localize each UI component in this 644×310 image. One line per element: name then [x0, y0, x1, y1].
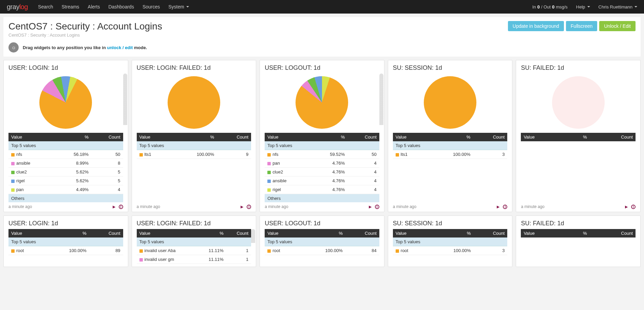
lightbulb-icon: ☼	[8, 42, 19, 53]
data-table: Value%Count	[521, 229, 636, 237]
info-icon[interactable]: i	[503, 205, 507, 209]
widget-title: SU: SESSION: 1d	[388, 64, 512, 74]
page-header-container: CentOS7 : Security : Account Logins Cent…	[3, 17, 641, 57]
pie-chart	[265, 74, 379, 133]
color-swatch	[267, 153, 271, 157]
scrollbar[interactable]	[123, 74, 127, 202]
play-icon[interactable]: ▶	[497, 205, 499, 209]
table-row[interactable]: root100.00%3	[393, 246, 508, 255]
pie-chart	[137, 74, 251, 133]
user-menu[interactable]: Chris Ruettimann	[599, 4, 637, 9]
data-table: Value%CountTop 5 valuesnfs56.18%50ansibl…	[8, 133, 123, 202]
play-icon[interactable]: ▶	[625, 205, 628, 209]
table-row[interactable]: pan4.76%4	[265, 159, 379, 168]
widget: USER: LOGIN: FAILED: 1dValue%CountTop 5 …	[132, 60, 257, 212]
section-top5: Top 5 values	[393, 141, 508, 150]
color-swatch	[11, 162, 15, 165]
chevron-down-icon	[634, 6, 637, 7]
chevron-down-icon	[186, 6, 189, 7]
table-row[interactable]: clue24.76%4	[265, 168, 379, 177]
info-icon[interactable]: i	[375, 205, 379, 209]
page-subtitle: CentOS7 : Security : Account Logins	[8, 33, 162, 38]
unlock-edit-button[interactable]: Unlock / Edit	[599, 21, 636, 31]
nav-item-streams[interactable]: Streams	[61, 4, 79, 9]
col-count: Count	[345, 229, 379, 237]
col-count: Count	[474, 229, 508, 237]
col-value: Value	[265, 229, 300, 237]
table-row[interactable]: root100.00%84	[265, 246, 379, 255]
nav-item-system[interactable]: System	[168, 4, 189, 9]
info-icon[interactable]: i	[119, 205, 123, 209]
widget-timestamp: a minute ago	[137, 204, 160, 209]
logo-log: log	[19, 3, 28, 11]
table-row[interactable]: nfs56.18%50	[8, 150, 123, 159]
col-percent: %	[565, 229, 590, 237]
widget-timestamp: a minute ago	[521, 204, 544, 209]
widget-title: USER: LOGIN: 1d	[4, 220, 128, 229]
nav-item-alerts[interactable]: Alerts	[88, 4, 100, 9]
scrollbar[interactable]	[251, 229, 255, 264]
info-icon[interactable]: i	[631, 205, 636, 209]
color-swatch	[139, 249, 143, 253]
table-row[interactable]: invalid user gm11.11%1	[137, 255, 251, 264]
play-icon[interactable]: ▶	[241, 205, 243, 209]
widget-body: Value%CountTop 5 valuesnfs59.52%50pan4.7…	[260, 74, 384, 202]
scrollbar[interactable]	[379, 74, 383, 202]
data-table: Value%CountTop 5 valueslts1100.00%3	[393, 133, 508, 159]
widget-body: Value%CountTop 5 valueslts1100.00%3	[388, 74, 512, 202]
color-swatch	[11, 249, 15, 253]
table-row[interactable]: invalid user Aba11.11%1	[137, 246, 251, 255]
data-table: Value%Count	[521, 133, 636, 141]
widget-title: USER: LOGOUT: 1d	[260, 64, 384, 74]
page-actions: Update in background Fullscreen Unlock /…	[508, 21, 636, 31]
play-icon[interactable]: ▶	[369, 205, 372, 209]
logo-gray: gray	[7, 3, 19, 11]
color-swatch	[267, 162, 271, 165]
table-row[interactable]: lts1100.00%9	[137, 150, 251, 159]
table-row[interactable]: ansible8.99%8	[8, 159, 123, 168]
table-row[interactable]: ansible4.76%4	[265, 177, 379, 185]
fullscreen-button[interactable]: Fullscreen	[566, 21, 598, 31]
widget-title: USER: LOGIN: FAILED: 1d	[132, 64, 256, 74]
logo[interactable]: graylog	[7, 3, 28, 11]
table-row[interactable]: nfs59.52%50	[265, 150, 379, 159]
col-percent: %	[54, 133, 91, 141]
info-icon[interactable]: i	[247, 205, 251, 209]
col-percent: %	[171, 133, 217, 141]
tip-text: Drag widgets to any position you like in…	[23, 45, 147, 50]
table-row[interactable]: lts1100.00%3	[393, 150, 508, 159]
col-value: Value	[521, 133, 565, 141]
widget: SU: SESSION: 1dValue%CountTop 5 valuesro…	[388, 215, 513, 267]
widget-body: Value%CountTop 5 valuesinvalid user Aba1…	[132, 229, 256, 264]
play-icon[interactable]: ▶	[113, 205, 115, 209]
table-row[interactable]: rigel4.76%4	[265, 185, 379, 194]
table-row[interactable]: pan4.49%4	[8, 185, 123, 194]
widget-body: Value%Count	[516, 229, 640, 264]
nav-item-search[interactable]: Search	[38, 4, 53, 9]
color-swatch	[11, 171, 15, 174]
widget: SU: FAILED: 1dValue%Counta minute ago▶i	[516, 60, 641, 212]
help-menu[interactable]: Help	[576, 4, 590, 9]
col-percent: %	[197, 229, 226, 237]
nav-item-sources[interactable]: Sources	[143, 4, 160, 9]
widget-title: USER: LOGIN: 1d	[4, 64, 128, 74]
nav-item-dashboards[interactable]: Dashboards	[108, 4, 134, 9]
update-background-button[interactable]: Update in background	[508, 21, 564, 31]
table-row[interactable]: root100.00%89	[8, 246, 123, 255]
widget-timestamp: a minute ago	[265, 204, 288, 209]
col-count: Count	[590, 229, 636, 237]
col-count: Count	[91, 133, 123, 141]
unlock-edit-link[interactable]: unlock / edit	[107, 45, 133, 50]
table-row[interactable]: rigel5.62%5	[8, 177, 123, 185]
section-top5: Top 5 values	[265, 237, 379, 246]
section-top5: Top 5 values	[393, 237, 508, 246]
color-swatch	[267, 180, 271, 183]
col-percent: %	[300, 229, 345, 237]
table-row[interactable]: clue25.62%5	[8, 168, 123, 177]
widget-footer: a minute ago▶i	[388, 202, 512, 209]
col-percent: %	[428, 133, 473, 141]
section-others: Others	[8, 194, 123, 203]
color-swatch	[396, 153, 399, 157]
col-percent: %	[565, 133, 590, 141]
widget-title: USER: LOGOUT: 1d	[260, 220, 384, 229]
